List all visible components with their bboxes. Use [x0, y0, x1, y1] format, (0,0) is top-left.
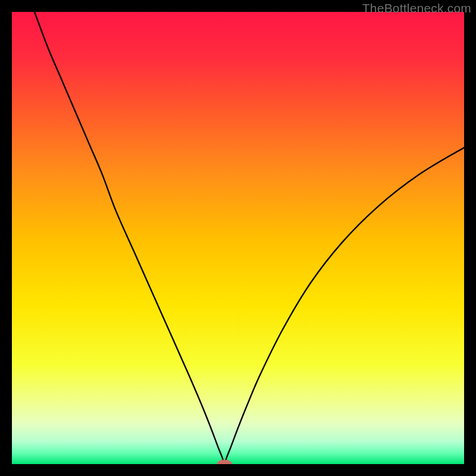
- chart-svg: [12, 12, 464, 464]
- gradient-background: [12, 12, 464, 464]
- chart-container: TheBottleneck.com: [0, 0, 476, 476]
- watermark-text: TheBottleneck.com: [362, 1, 471, 15]
- plot-area: [12, 12, 464, 464]
